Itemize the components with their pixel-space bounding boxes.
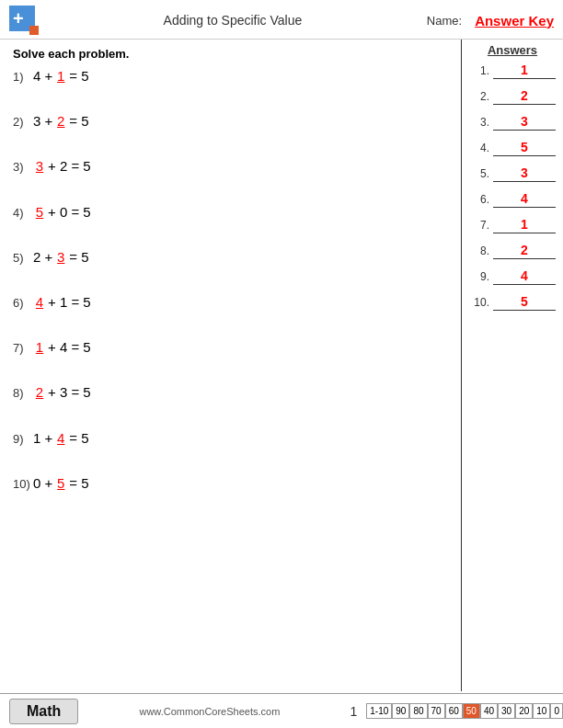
table-row: 8)2 + 3 = 5 — [13, 382, 448, 402]
answer-row: 7.1 — [469, 217, 556, 233]
problem-number: 3) — [13, 159, 33, 176]
problem-number: 2) — [13, 114, 33, 131]
table-row: 9)1 + 4 = 5 — [13, 428, 448, 448]
problem-number: 6) — [13, 295, 33, 312]
table-row: 5)2 + 3 = 5 — [13, 247, 448, 267]
answer-row-number: 4. — [469, 142, 489, 154]
instruction-text: Solve each problem. — [13, 47, 448, 61]
problem-text: 2 + 3 = 5 — [33, 247, 89, 267]
answer-value: 3 — [54, 247, 67, 267]
answer-row: 3.3 — [469, 114, 556, 131]
table-row: 6)4 + 1 = 5 — [13, 292, 448, 312]
answer-row-number: 8. — [469, 245, 489, 257]
answer-row: 1.1 — [469, 63, 556, 79]
answer-row-number: 5. — [469, 167, 489, 180]
answer-row-number: 9. — [469, 270, 489, 283]
score-box: 70 — [428, 703, 445, 719]
answer-row-value: 2 — [493, 243, 556, 259]
table-row: 1)4 + 1 = 5 — [13, 66, 448, 85]
table-row: 7)1 + 4 = 5 — [13, 337, 448, 357]
answers-list: 1.12.23.34.55.36.47.18.29.410.5 — [469, 63, 556, 311]
answer-row: 8.2 — [469, 243, 556, 259]
answer-row-value: 3 — [493, 114, 556, 131]
table-row: 2)3 + 2 = 5 — [13, 111, 448, 131]
problem-text: 1 + 4 = 5 — [33, 428, 89, 448]
answer-value: 5 — [33, 202, 46, 222]
answer-row-value: 1 — [493, 63, 556, 79]
problem-text: 4 + 1 = 5 — [33, 66, 89, 85]
problem-text: 4 + 1 = 5 — [33, 292, 91, 312]
answer-row: 4.5 — [469, 140, 556, 156]
answer-value: 2 — [33, 382, 46, 402]
logo-corner — [29, 26, 39, 35]
footer-math-label: Math — [9, 699, 78, 724]
problem-text: 0 + 5 = 5 — [33, 473, 89, 493]
problem-number: 7) — [13, 340, 33, 357]
score-box: 50 — [463, 703, 480, 719]
score-box: 80 — [409, 703, 427, 719]
answer-row-value: 3 — [493, 165, 556, 182]
problem-number: 5) — [13, 250, 33, 267]
score-range-label: 1-10 — [366, 703, 392, 719]
score-box: 40 — [480, 703, 498, 719]
problem-number: 10) — [13, 476, 33, 493]
answer-value: 3 — [33, 156, 46, 176]
answers-column: Answers 1.12.23.34.55.36.47.18.29.410.5 — [462, 40, 563, 691]
answer-value: 4 — [54, 428, 67, 448]
answer-row-number: 2. — [469, 90, 489, 103]
answer-row-value: 2 — [493, 88, 556, 105]
score-box: 60 — [445, 703, 463, 719]
logo-plus-icon: + — [13, 9, 24, 28]
score-box: 20 — [515, 703, 533, 719]
problems-area: Solve each problem. 1)4 + 1 = 52)3 + 2 =… — [0, 40, 462, 691]
answer-value: 5 — [54, 473, 67, 493]
logo: + — [9, 6, 39, 35]
problem-number: 1) — [13, 69, 33, 85]
answer-row: 9.4 — [469, 268, 556, 285]
answer-row-value: 5 — [493, 294, 556, 311]
page-title: Adding to Specific Value — [39, 13, 427, 28]
score-boxes: 9080706050403020100 — [392, 703, 563, 719]
score-box: 30 — [498, 703, 515, 719]
answer-row: 5.3 — [469, 165, 556, 182]
answer-value: 1 — [33, 337, 46, 357]
answer-row-number: 1. — [469, 64, 489, 77]
name-label: Name: — [427, 14, 462, 28]
answer-value: 4 — [33, 292, 46, 312]
table-row: 3)3 + 2 = 5 — [13, 156, 448, 176]
problem-text: 5 + 0 = 5 — [33, 202, 91, 222]
answer-value: 1 — [54, 66, 67, 85]
table-row: 4)5 + 0 = 5 — [13, 202, 448, 222]
answer-row-value: 4 — [493, 191, 556, 208]
main-content: Solve each problem. 1)4 + 1 = 52)3 + 2 =… — [0, 40, 563, 691]
answer-row-value: 1 — [493, 217, 556, 233]
answer-row-number: 3. — [469, 116, 489, 129]
answer-row-number: 10. — [469, 296, 489, 309]
footer-url: www.CommonCoreSheets.com — [78, 706, 340, 717]
table-row: 10)0 + 5 = 5 — [13, 473, 448, 493]
answer-row: 6.4 — [469, 191, 556, 208]
problem-number: 4) — [13, 205, 33, 222]
answer-row: 2.2 — [469, 88, 556, 105]
problem-text: 3 + 2 = 5 — [33, 111, 89, 131]
answer-row-number: 6. — [469, 193, 489, 206]
problem-number: 9) — [13, 431, 33, 448]
answers-header: Answers — [469, 43, 556, 57]
header: + Adding to Specific Value Name: Answer … — [0, 0, 563, 40]
answer-key-label: Answer Key — [475, 13, 554, 28]
answer-row-value: 5 — [493, 140, 556, 156]
footer-page-number: 1 — [350, 704, 358, 719]
problem-text: 3 + 2 = 5 — [33, 156, 91, 176]
problem-text: 2 + 3 = 5 — [33, 382, 91, 402]
score-box: 10 — [533, 703, 550, 719]
answer-row-value: 4 — [493, 268, 556, 285]
answer-row: 10.5 — [469, 294, 556, 311]
score-box: 90 — [392, 703, 409, 719]
problem-number: 8) — [13, 385, 33, 402]
problem-text: 1 + 4 = 5 — [33, 337, 91, 357]
score-box: 0 — [550, 703, 563, 719]
footer-scores: 1-10 9080706050403020100 — [366, 703, 563, 719]
problems-list: 1)4 + 1 = 52)3 + 2 = 53)3 + 2 = 54)5 + 0… — [13, 66, 448, 493]
answer-row-number: 7. — [469, 219, 489, 232]
answer-value: 2 — [54, 111, 67, 131]
